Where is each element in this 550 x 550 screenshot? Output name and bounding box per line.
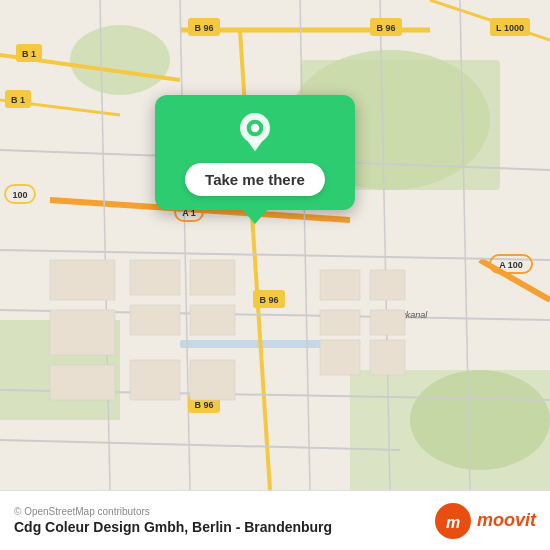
svg-text:B 96: B 96 <box>194 23 213 33</box>
svg-rect-57 <box>130 360 180 400</box>
svg-text:L 1000: L 1000 <box>496 23 524 33</box>
svg-text:100: 100 <box>12 190 27 200</box>
svg-rect-46 <box>320 270 360 300</box>
svg-rect-49 <box>370 310 405 335</box>
svg-rect-51 <box>190 260 235 295</box>
svg-point-63 <box>251 124 259 132</box>
svg-rect-52 <box>130 305 180 335</box>
svg-text:B 1: B 1 <box>11 95 25 105</box>
svg-point-3 <box>70 25 170 95</box>
bottom-bar: © OpenStreetMap contributors Cdg Coleur … <box>0 490 550 550</box>
svg-rect-50 <box>130 260 180 295</box>
svg-rect-60 <box>370 340 405 375</box>
svg-rect-56 <box>50 260 115 300</box>
svg-rect-55 <box>50 365 115 400</box>
svg-text:A 100: A 100 <box>499 260 523 270</box>
bottom-info: © OpenStreetMap contributors Cdg Coleur … <box>14 506 332 535</box>
svg-rect-48 <box>320 310 360 335</box>
svg-rect-59 <box>320 340 360 375</box>
location-pin-icon <box>235 113 275 153</box>
moovit-label: moovit <box>477 510 536 531</box>
copyright-text: © OpenStreetMap contributors <box>14 506 332 517</box>
svg-rect-47 <box>370 270 405 300</box>
svg-rect-53 <box>190 305 235 335</box>
svg-text:B 96: B 96 <box>259 295 278 305</box>
svg-rect-58 <box>190 360 235 400</box>
take-me-there-button[interactable]: Take me there <box>185 163 325 196</box>
svg-point-6 <box>410 370 550 470</box>
map-container: B 96 B 96 L 1000 B 1 B 1 100 A 1 B 96 A … <box>0 0 550 490</box>
location-name: Cdg Coleur Design Gmbh, Berlin - Branden… <box>14 519 332 535</box>
moovit-logo: m moovit <box>435 503 536 539</box>
svg-marker-64 <box>247 140 264 152</box>
svg-text:m: m <box>446 514 460 531</box>
svg-text:B 1: B 1 <box>22 49 36 59</box>
moovit-icon: m <box>435 503 471 539</box>
svg-text:B 96: B 96 <box>194 400 213 410</box>
svg-rect-54 <box>50 310 115 355</box>
popup-card: Take me there <box>155 95 355 210</box>
svg-text:B 96: B 96 <box>376 23 395 33</box>
